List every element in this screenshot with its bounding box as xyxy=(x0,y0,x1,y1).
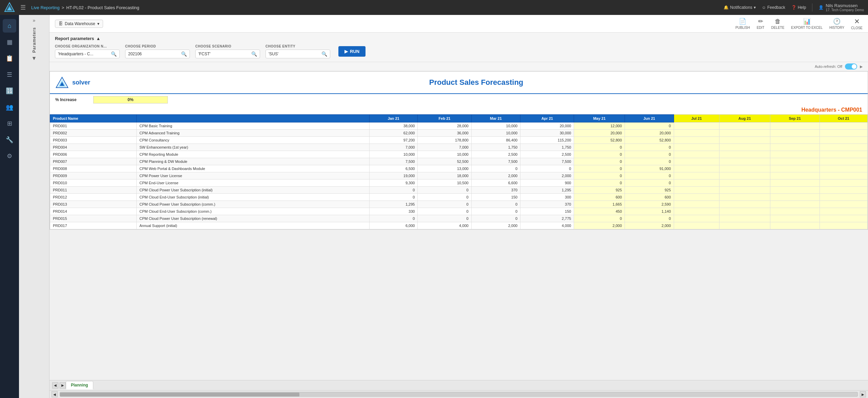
auto-refresh-toggle[interactable] xyxy=(845,63,857,70)
period-field[interactable] xyxy=(128,52,179,56)
hamburger-icon[interactable]: ☰ xyxy=(20,4,26,11)
entity-input[interactable]: 🔍 xyxy=(265,50,330,58)
run-label: RUN xyxy=(350,49,359,54)
table-row[interactable]: PRD006CPM Reporting Module10,00010,0002,… xyxy=(50,151,868,158)
col-feb21: Feb 21 xyxy=(418,115,471,122)
sidebar-item-dashboard[interactable]: ▦ xyxy=(3,35,16,49)
export-icon: 📊 xyxy=(803,18,811,25)
table-row[interactable]: PRD009CPM Power User License19,00018,000… xyxy=(50,172,868,179)
params-collapse-icon: ▲ xyxy=(96,36,101,41)
table-row[interactable]: PRD001CPM Basic Training38,00028,00010,0… xyxy=(50,122,868,130)
user-company: 17. Tech Company Demo xyxy=(826,8,864,12)
table-row[interactable]: PRD013CPM Cloud Power User Subscription … xyxy=(50,201,868,208)
table-row[interactable]: PRD012CPM Cloud End-User Subscription (i… xyxy=(50,194,868,201)
help-button[interactable]: ❓ Help xyxy=(791,5,806,10)
table-row[interactable]: PRD007CPM Planning & DW Module7,50052,50… xyxy=(50,158,868,165)
user-icon: 👤 xyxy=(818,5,824,10)
scenario-input[interactable]: 🔍 xyxy=(195,50,260,58)
sidebar-item-calculator[interactable]: 🔢 xyxy=(3,84,16,98)
scenario-field[interactable] xyxy=(198,52,249,56)
col-mar21: Mar 21 xyxy=(471,115,520,122)
org-field[interactable] xyxy=(58,52,109,56)
publish-button[interactable]: 📄 PUBLISH xyxy=(735,18,750,30)
toolbar-right: 📄 PUBLISH ✏ EDIT 🗑 DELETE 📊 EXPORT TO EX… xyxy=(735,17,863,30)
sidebar-icons: ⌂ ▦ 📋 ☰ 🔢 👥 ⊞ 🔧 ⚙ xyxy=(0,15,19,398)
period-input[interactable]: 🔍 xyxy=(125,50,190,58)
edit-label: EDIT xyxy=(757,26,765,30)
breadcrumb-item2: HT-PL02 - Product Sales Forecasting xyxy=(66,5,139,10)
edit-button[interactable]: ✏ EDIT xyxy=(757,18,765,30)
filter-icon[interactable]: ▼ xyxy=(32,55,37,61)
tab-scroll-left[interactable]: ◀ xyxy=(52,382,58,388)
params-title: Report parameters xyxy=(55,36,94,41)
chevron-down-icon: ▾ xyxy=(754,5,756,10)
table-row[interactable]: PRD011CPM Cloud Power User Subscription … xyxy=(50,187,868,194)
org-label: CHOOSE ORGANIZATION N... xyxy=(55,44,120,48)
delete-button[interactable]: 🗑 DELETE xyxy=(771,18,784,30)
help-icon: ❓ xyxy=(791,5,796,10)
close-button[interactable]: ✕ CLOSE xyxy=(851,17,863,30)
sidebar-item-tools[interactable]: 🔧 xyxy=(3,133,16,147)
org-search-icon[interactable]: 🔍 xyxy=(111,51,117,57)
toolbar-left: 🗄 Data Warehouse ▾ xyxy=(55,20,103,28)
pct-value: 0% xyxy=(127,97,133,102)
publish-icon: 📄 xyxy=(739,18,746,25)
col-jan21: Jan 21 xyxy=(369,115,418,122)
expand-icon[interactable]: ▶ xyxy=(860,64,863,69)
table-row[interactable]: PRD010CPM End-User License9,30010,5006,6… xyxy=(50,179,868,187)
delete-label: DELETE xyxy=(771,26,784,30)
report-scroll-area[interactable]: solver Product Sales Forecasting % Incre… xyxy=(50,71,868,380)
scenario-search-icon[interactable]: 🔍 xyxy=(251,51,257,57)
sidebar-item-users[interactable]: 👥 xyxy=(3,100,16,114)
main-area: 🗄 Data Warehouse ▾ 📄 PUBLISH ✏ EDIT xyxy=(50,15,868,398)
solver-brand: solver xyxy=(72,79,90,86)
notifications-button[interactable]: 🔔 Notifications ▾ xyxy=(724,5,755,10)
table-row[interactable]: PRD004SW Enhancements (1st year)7,0007,0… xyxy=(50,144,868,151)
sidebar-item-list[interactable]: ☰ xyxy=(3,68,16,81)
history-icon: 🕐 xyxy=(833,18,841,25)
col-jun21: Jun 21 xyxy=(625,115,674,122)
table-row[interactable]: PRD017Annual Support (initial)6,0004,000… xyxy=(50,222,868,229)
sidebar-item-home[interactable]: ⌂ xyxy=(3,19,16,33)
table-row[interactable]: PRD014CPM Cloud End-User Subscription (c… xyxy=(50,208,868,215)
auto-refresh-label: Auto-refresh: Off xyxy=(815,64,842,69)
params-header[interactable]: Report parameters ▲ xyxy=(55,36,863,41)
run-icon: ▶ xyxy=(344,49,348,54)
tab-scroll-right[interactable]: ▶ xyxy=(60,382,66,388)
pct-bar[interactable]: 0% xyxy=(93,96,168,103)
org-input[interactable]: 🔍 xyxy=(55,50,120,58)
sidebar-item-modules[interactable]: ⊞ xyxy=(3,117,16,130)
h-scrollbar-track[interactable] xyxy=(60,392,858,397)
export-to-excel-button[interactable]: 📊 EXPORT TO EXCEL xyxy=(791,18,823,30)
warehouse-selector[interactable]: 🗄 Data Warehouse ▾ xyxy=(55,20,103,28)
sidebar-item-reports[interactable]: 📋 xyxy=(3,52,16,65)
run-button[interactable]: ▶ RUN xyxy=(338,46,366,57)
entity-field[interactable] xyxy=(269,52,319,56)
feedback-button[interactable]: ☺ Feedback xyxy=(762,5,785,10)
data-table: Product Name Jan 21 Feb 21 Mar 21 Apr 21… xyxy=(50,114,868,229)
tab-bar: ◀ ▶ Planning xyxy=(50,380,868,390)
table-body: PRD001CPM Basic Training38,00028,00010,0… xyxy=(50,122,868,229)
feedback-label: Feedback xyxy=(767,5,785,10)
entity-heading: Headquarters - CMP001 xyxy=(50,106,868,114)
nav-divider xyxy=(812,3,812,12)
h-scroll-right[interactable]: ▶ xyxy=(860,391,866,397)
org-param: CHOOSE ORGANIZATION N... 🔍 xyxy=(55,44,120,58)
entity-search-icon[interactable]: 🔍 xyxy=(321,51,327,57)
table-row[interactable]: PRD015CPM Cloud Power User Subscription … xyxy=(50,215,868,222)
tab-planning[interactable]: Planning xyxy=(66,381,93,390)
period-search-icon[interactable]: 🔍 xyxy=(181,51,187,57)
table-row[interactable]: PRD003CPM Consultancy97,200178,80086,400… xyxy=(50,137,868,144)
breadcrumb-item1[interactable]: Live Reporting xyxy=(31,5,60,10)
sidebar-item-settings[interactable]: ⚙ xyxy=(3,149,16,163)
table-row[interactable]: PRD008CPM Web Portal & Dashboards Module… xyxy=(50,165,868,172)
table-row[interactable]: PRD002CPM Advanced Training62,00036,0001… xyxy=(50,130,868,137)
scenario-label: CHOOSE SCENARIO xyxy=(195,44,260,48)
col-sep21: Sep 21 xyxy=(770,115,820,122)
h-scroll-left[interactable]: ◀ xyxy=(52,391,58,397)
publish-label: PUBLISH xyxy=(735,26,750,30)
chevron-right-icon[interactable]: » xyxy=(33,18,36,23)
history-button[interactable]: 🕐 HISTORY xyxy=(829,18,844,30)
export-label: EXPORT TO EXCEL xyxy=(791,26,823,30)
edit-icon: ✏ xyxy=(758,18,763,25)
